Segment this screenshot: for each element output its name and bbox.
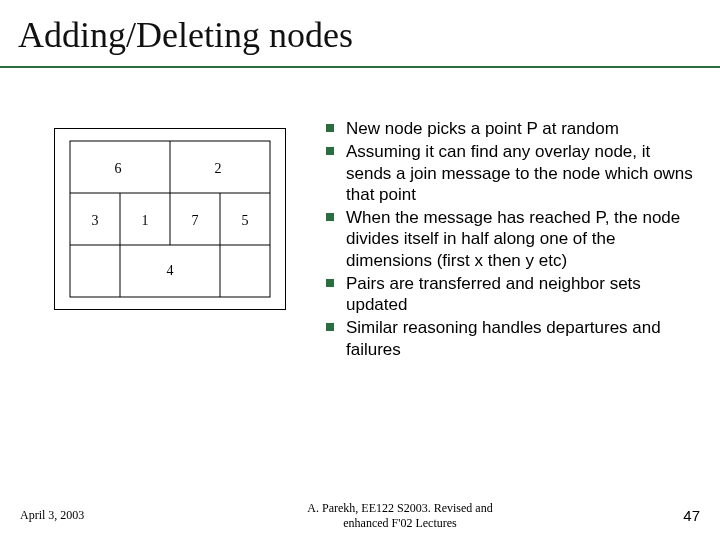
bullet-item: New node picks a point P at random xyxy=(324,118,696,139)
bullets-column: New node picks a point P at random Assum… xyxy=(324,118,696,362)
footer-credit-line1: A. Parekh, EE122 S2003. Revised and xyxy=(307,501,492,515)
bullet-item: When the message has reached P, the node… xyxy=(324,207,696,271)
footer-date: April 3, 2003 xyxy=(20,508,160,523)
partition-diagram: 6 2 3 1 7 5 4 xyxy=(54,128,286,310)
footer-page-number: 47 xyxy=(640,507,700,524)
cell-label-7: 7 xyxy=(192,213,199,228)
cell-label-3: 3 xyxy=(92,213,99,228)
cell-label-2: 2 xyxy=(215,161,222,176)
bullet-item: Similar reasoning handles departures and… xyxy=(324,317,696,360)
bullet-item: Assuming it can find any overlay node, i… xyxy=(324,141,696,205)
bullet-item: Pairs are transferred and neighbor sets … xyxy=(324,273,696,316)
footer-credit-line2: enhanced F'02 Lectures xyxy=(343,516,456,530)
cell-label-4: 4 xyxy=(167,263,174,278)
bullet-list: New node picks a point P at random Assum… xyxy=(324,118,696,360)
slide-title: Adding/Deleting nodes xyxy=(18,14,720,56)
diagram-column: 6 2 3 1 7 5 4 xyxy=(40,118,300,362)
cell-label-1: 1 xyxy=(142,213,149,228)
footer: April 3, 2003 A. Parekh, EE122 S2003. Re… xyxy=(0,501,720,530)
cell-label-5: 5 xyxy=(242,213,249,228)
cell-label-6: 6 xyxy=(115,161,122,176)
title-bar: Adding/Deleting nodes xyxy=(0,0,720,68)
footer-credit: A. Parekh, EE122 S2003. Revised and enha… xyxy=(160,501,640,530)
content-area: 6 2 3 1 7 5 4 New node picks a point P a… xyxy=(0,68,720,362)
